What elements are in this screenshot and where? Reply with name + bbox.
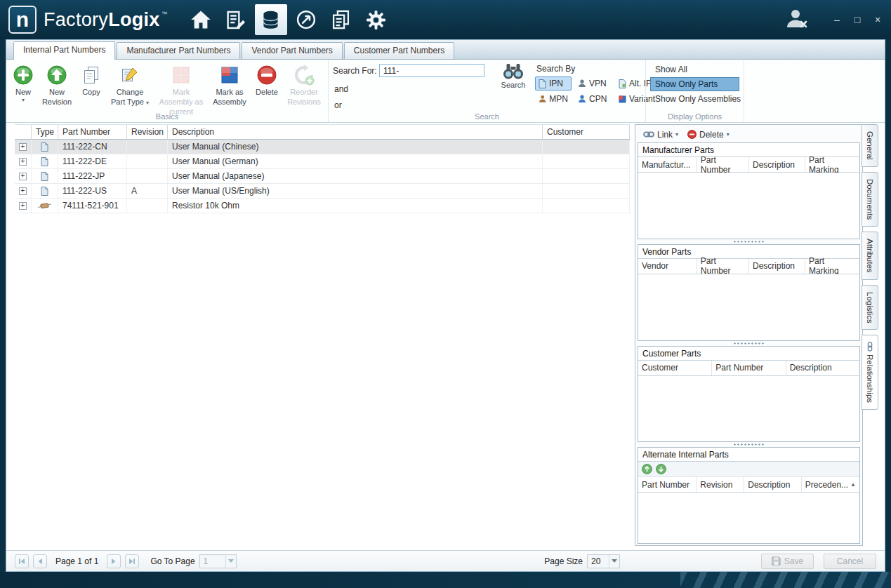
col-manufacturer[interactable]: Manufactur... [638,157,697,172]
col-description[interactable]: Description [786,361,859,375]
cell-description: User Manual (Japanese) [168,169,543,183]
documents-nav-button[interactable] [325,4,357,35]
row-expander[interactable]: + [19,187,27,195]
link-button[interactable]: Link ▾ [640,128,681,141]
new-button[interactable]: New ▾ [9,62,37,103]
unlink-delete-button[interactable]: Delete ▾ [685,128,732,141]
settings-nav-button[interactable] [360,4,392,35]
col-part-number[interactable]: Part Number [697,259,749,274]
pager-bar: Page 1 of 1 Go To Page 1 Page Size 20 [6,550,885,571]
save-button[interactable]: Save [761,554,814,569]
change-part-type-caret-icon: ▾ [146,100,149,106]
grid-header-revision[interactable]: Revision [127,125,168,139]
table-row[interactable]: + 74111-521-901 Resistor 10k Ohm [15,199,630,213]
cell-customer [543,184,630,198]
search-input[interactable] [379,64,484,77]
search-by-cpn[interactable]: CPN [574,92,612,106]
navigator-compass-icon [296,9,317,30]
col-part-number[interactable]: Part Number [712,361,786,375]
side-tab-general[interactable]: General [862,124,878,167]
section-splitter[interactable] [638,239,860,244]
search-group-label: Search [329,112,645,121]
table-row[interactable]: + 111-222-JP User Manual (Japanese) [15,169,630,184]
last-page-button[interactable] [125,554,139,568]
navigator-nav-button[interactable] [290,4,322,35]
col-part-number[interactable]: Part Number [638,477,697,492]
side-tab-logistics[interactable]: Logistics [862,285,878,330]
tab-manufacturer-part-numbers[interactable]: Manufacturer Part Numbers [117,42,240,59]
table-row[interactable]: + 111-222-DE User Manual (German) [15,154,630,169]
page-size-dropdown-icon[interactable] [609,555,619,568]
cancel-button[interactable]: Cancel [824,554,876,569]
mark-as-assembly-button[interactable]: Mark as Assembly [209,62,251,107]
section-splitter[interactable] [638,442,860,447]
col-part-number[interactable]: Part Number [697,157,749,172]
col-precedence[interactable]: Preceden... ▲ [802,477,859,492]
change-part-type-button[interactable]: Change Part Type ▾ [106,62,154,107]
page-size-combo[interactable]: 20 [587,554,620,568]
search-by-vpn[interactable]: VPN [574,76,612,91]
bottom-corner-decoration [680,572,891,588]
link-chain-icon [643,131,654,138]
maximize-button[interactable]: □ [852,15,862,25]
display-option-show-only-parts[interactable]: Show Only Parts [650,77,739,91]
brand-logix: Logix [108,9,160,30]
side-tab-attributes[interactable]: Attributes [862,232,878,280]
col-part-marking[interactable]: Part Marking [805,259,859,274]
display-options-group-label: Display Options [646,112,744,121]
search-button[interactable]: Search [496,62,531,89]
tab-vendor-part-numbers[interactable]: Vendor Part Numbers [242,42,342,59]
grid-header-customer[interactable]: Customer [543,125,630,139]
col-description[interactable]: Description [749,259,805,274]
grid-header-part-number[interactable]: Part Number [58,125,127,139]
new-revision-button[interactable]: New Revision [37,62,77,107]
col-description[interactable]: Description [744,477,801,492]
row-expander[interactable]: + [19,202,27,210]
search-by-mpn[interactable]: MPN [535,92,572,106]
col-revision[interactable]: Revision [697,477,744,492]
parts-library-nav-button[interactable] [255,4,287,35]
close-button[interactable]: × [873,15,883,25]
previous-page-button[interactable] [33,554,47,568]
cell-customer [543,154,630,168]
first-page-button[interactable] [15,554,29,568]
grid-header-type[interactable]: Type [32,125,58,139]
grid-header-description[interactable]: Description [168,125,543,139]
col-customer[interactable]: Customer [638,361,712,375]
side-tab-documents[interactable]: Documents [862,172,878,227]
cell-description: User Manual (US/English) [168,184,543,198]
go-to-page-dropdown-icon[interactable] [225,555,236,568]
go-to-page-combo[interactable]: 1 [199,554,237,568]
tab-customer-part-numbers[interactable]: Customer Part Numbers [344,42,454,59]
binoculars-search-icon [502,62,524,81]
minimize-button[interactable]: – [832,15,842,25]
copy-button[interactable]: Copy [77,62,106,98]
col-vendor[interactable]: Vendor [638,259,697,274]
section-splitter[interactable] [638,341,860,346]
delete-caret-icon: ▾ [727,132,730,138]
reorder-revisions-button[interactable]: Reorder Revisions [283,62,325,107]
col-description[interactable]: Description [749,157,805,172]
home-nav-button[interactable] [185,4,217,35]
table-row[interactable]: + 111-222-CN User Manual (Chinese) [15,140,630,154]
search-by-ipn[interactable]: IPN [535,76,572,91]
delete-button[interactable]: Delete [251,62,283,98]
precedence-up-button[interactable] [642,464,652,474]
next-page-button[interactable] [107,554,121,568]
side-tab-relationships[interactable]: Relationships [862,335,878,410]
row-expander[interactable]: + [19,158,27,166]
app-logo: n [8,6,37,34]
tab-internal-part-numbers[interactable]: Internal Part Numbers [13,41,115,60]
precedence-down-button[interactable] [656,464,666,474]
display-option-show-only-assemblies[interactable]: Show Only Assemblies [650,92,739,106]
mark-assembly-as-current-button[interactable]: Mark Assembly as current [154,62,209,116]
new-revision-icon [46,65,67,86]
next-page-icon [110,557,118,566]
worksheet-nav-button[interactable] [220,4,252,35]
display-option-show-all[interactable]: Show All [650,62,739,76]
row-expander[interactable]: + [19,143,27,151]
col-part-marking[interactable]: Part Marking [805,157,859,172]
row-expander[interactable]: + [19,173,27,180]
logout-user-button[interactable] [784,8,809,32]
table-row[interactable]: + 111-222-US A User Manual (US/English) [15,184,630,199]
